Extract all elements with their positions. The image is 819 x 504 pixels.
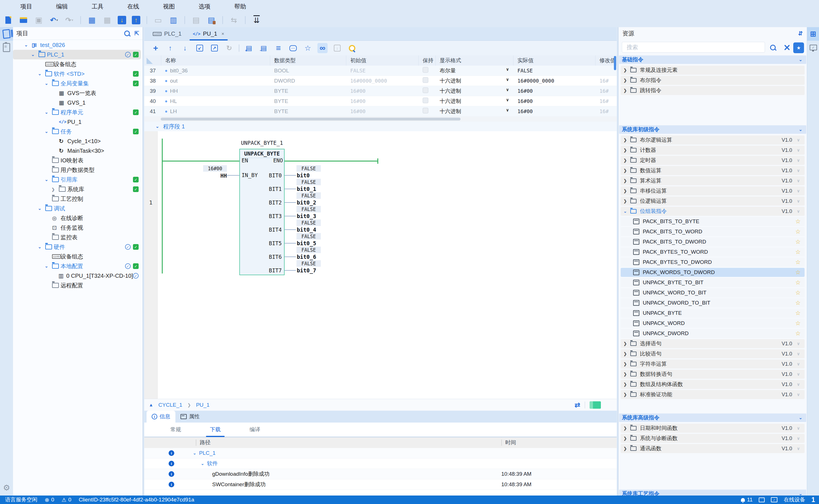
instruction-row[interactable]: UNPACK_WORD_TO_BIT ☆ ⌄: [621, 288, 805, 297]
project-panel-tab[interactable]: [0, 27, 13, 41]
log-row[interactable]: i ⌄ PLC_1: [144, 448, 617, 458]
tree-chevron-icon[interactable]: [45, 81, 52, 86]
section-chevron-icon[interactable]: ⌄: [156, 124, 159, 129]
variable-row[interactable]: 37 bit0_36 BOOL FALSE 布尔量∨ FALSE: [144, 66, 617, 76]
output-variable-label[interactable]: bit0_7: [297, 267, 316, 273]
log-expand-icon[interactable]: ⌄: [201, 461, 204, 466]
log-expand-icon[interactable]: ⌄: [193, 451, 196, 455]
col-actual[interactable]: 实际值: [513, 55, 596, 66]
redo-icon[interactable]: [65, 15, 74, 25]
instruction-row[interactable]: 基础指令 ☆ ⌄: [619, 55, 806, 64]
tree-item[interactable]: IO映射表: [13, 156, 141, 165]
folder-chevron-icon[interactable]: [624, 148, 630, 152]
tree-item[interactable]: GVS一览表: [13, 88, 141, 98]
tree-item[interactable]: 用户数据类型: [13, 165, 141, 175]
comment-icon[interactable]: [288, 43, 298, 53]
folder-chevron-icon[interactable]: [624, 138, 630, 142]
version-chevron-icon[interactable]: ∨: [792, 426, 805, 430]
close-tab-icon[interactable]: ×: [222, 31, 224, 37]
instruction-row[interactable]: PACK_BITS_TO_BYTE ☆ ⌄: [621, 217, 805, 226]
folder-chevron-icon[interactable]: [624, 199, 630, 203]
instruction-row[interactable]: 数值运算 V1.0 ∨ ☆ ⌄: [621, 166, 805, 175]
new-project-icon[interactable]: [3, 15, 13, 25]
output-variable-label[interactable]: bit0_6: [297, 254, 316, 260]
version-chevron-icon[interactable]: ∨: [792, 189, 805, 193]
variable-initial[interactable]: 16#0000_0000: [346, 78, 419, 84]
version-chevron-icon[interactable]: ∨: [792, 168, 805, 173]
separator[interactable]: [245, 16, 246, 24]
variable-row[interactable]: 40 HL BYTE 16#00 十六进制∨ 16#00 16#: [144, 96, 617, 106]
online-device-icon[interactable]: ✓: [771, 497, 777, 502]
variable-initial[interactable]: 16#00: [346, 88, 419, 94]
variable-type[interactable]: BYTE: [270, 108, 346, 115]
version-chevron-icon[interactable]: ∨: [792, 382, 805, 387]
actual-value[interactable]: 16#00: [513, 98, 596, 104]
tree-item[interactable]: 调试: [13, 204, 141, 213]
instruction-row[interactable]: ☆ ⌄: [621, 454, 805, 488]
instruction-row[interactable]: 字符串运算 V1.0 ∨ ☆ ⌄: [621, 359, 805, 369]
tree-item[interactable]: 设备组态: [13, 59, 141, 69]
tree-item[interactable]: 软件 <STD> ✓: [13, 69, 141, 79]
favorite-star-icon[interactable]: ☆: [795, 279, 801, 286]
tree-chevron-icon[interactable]: [45, 177, 52, 182]
instruction-row[interactable]: 常规及连接元素 ☆ ⌄: [621, 66, 805, 75]
separator[interactable]: [239, 44, 239, 52]
output-value-box[interactable]: FALSE: [296, 233, 321, 240]
settings-gear-icon[interactable]: ⚙: [0, 482, 13, 493]
tree-chevron-icon[interactable]: [51, 187, 59, 192]
separator[interactable]: [80, 16, 81, 24]
version-chevron-icon[interactable]: ∨: [792, 352, 805, 356]
output-value-box[interactable]: FALSE: [296, 260, 321, 267]
folder-chevron-icon[interactable]: [624, 189, 630, 193]
favorite-icon[interactable]: [303, 43, 313, 53]
favorite-star-icon[interactable]: ☆: [795, 310, 801, 316]
display-format-select[interactable]: 十六进制∨: [436, 77, 513, 85]
output-value-box[interactable]: FALSE: [296, 219, 321, 226]
instruction-row[interactable]: UNPACK_BYTE_TO_BIT ☆ ⌄: [621, 278, 805, 287]
dropdown-chevron-icon[interactable]: ∨: [506, 87, 509, 92]
folder-chevron-icon[interactable]: [624, 426, 630, 430]
instruction-row[interactable]: 算术运算 V1.0 ∨ ☆ ⌄: [621, 176, 805, 185]
save-values-icon[interactable]: [332, 43, 342, 53]
dropdown-chevron-icon[interactable]: ∨: [506, 77, 509, 82]
instruction-row[interactable]: UNPACK_WORD ☆ ⌄: [621, 319, 805, 328]
tree-item[interactable]: MainTask<30>: [13, 146, 141, 156]
folder-chevron-icon[interactable]: [624, 382, 630, 387]
info-tab[interactable]: 属性: [175, 411, 205, 423]
output-value-box[interactable]: FALSE: [296, 206, 321, 212]
collapse-panel-icon[interactable]: ▲: [149, 402, 153, 408]
refresh-icon[interactable]: [224, 43, 234, 53]
instruction-row[interactable]: 跳转指令 ☆ ⌄: [621, 86, 805, 95]
folder-chevron-icon[interactable]: [624, 446, 630, 451]
info-subtab[interactable]: 下载: [208, 422, 223, 437]
table-vertical-scrollbar[interactable]: [614, 56, 616, 70]
tree-item[interactable]: Cycle_1<10>: [13, 136, 141, 146]
tree-chevron-icon[interactable]: [45, 264, 52, 269]
instruction-row[interactable]: 布尔逻辑运算 V1.0 ∨ ☆ ⌄: [621, 135, 805, 145]
modify-value[interactable]: 16#: [596, 78, 617, 84]
variable-row[interactable]: 41 LH BYTE 16#00 十六进制∨ 16#00 16#: [144, 106, 617, 117]
swap-view-icon[interactable]: ⇄: [575, 401, 580, 409]
block-instance-name[interactable]: UNPACK_BYTE_1: [239, 140, 285, 146]
version-chevron-icon[interactable]: ∨: [792, 199, 805, 203]
move-up-icon[interactable]: [165, 43, 175, 53]
cross-reference-icon[interactable]: [229, 15, 239, 25]
collapse-all-icon[interactable]: ⇱: [134, 30, 139, 37]
section-chevron-icon[interactable]: ⌄: [799, 57, 802, 62]
rebuild-icon[interactable]: [102, 15, 112, 25]
output-variable-label[interactable]: bit0_3: [297, 213, 316, 219]
version-chevron-icon[interactable]: ∨: [792, 158, 805, 163]
output-variable-label[interactable]: bit0_5: [297, 240, 316, 246]
version-chevron-icon[interactable]: ∨: [792, 138, 805, 142]
favorite-star-icon[interactable]: ☆: [795, 218, 801, 225]
output-value-box[interactable]: FALSE: [296, 179, 321, 185]
favorite-star-icon[interactable]: ☆: [795, 269, 801, 276]
display-format-select[interactable]: 十六进制∨: [436, 98, 513, 105]
instruction-row[interactable]: 系统库工艺指令 ☆ ⌄: [619, 490, 806, 496]
search-icon[interactable]: [770, 45, 776, 50]
section-chevron-icon[interactable]: ⌄: [799, 127, 802, 132]
clipboard-panel-tab[interactable]: [0, 41, 13, 54]
undo-icon[interactable]: [49, 15, 59, 25]
actual-value[interactable]: 16#00: [513, 88, 596, 94]
col-format[interactable]: 显示格式: [436, 55, 513, 66]
